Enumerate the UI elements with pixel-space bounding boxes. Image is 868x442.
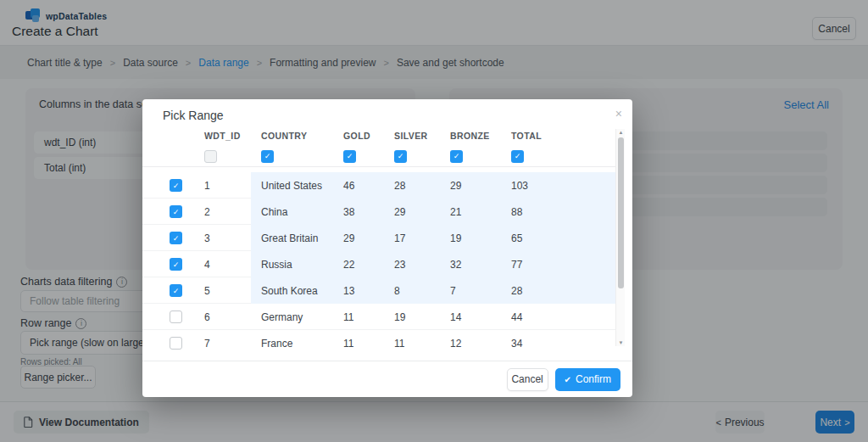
- scrollbar-thumb[interactable]: [618, 137, 624, 288]
- modal-cancel-button[interactable]: Cancel: [507, 368, 548, 391]
- row-checkbox[interactable]: ✓: [170, 284, 182, 297]
- column-checkbox-wdt-id[interactable]: [204, 150, 217, 163]
- column-checkbox-gold[interactable]: ✓: [343, 150, 356, 163]
- modal-table-header: WDT_ID COUNTRY GOLD SILVER BRONZE TOTAL: [142, 131, 615, 141]
- modal-footer: Cancel ✔ Confirm: [142, 361, 632, 397]
- row-checkbox[interactable]: [170, 311, 182, 323]
- modal-table-body: ✓ 1 United States 46 28 29 103 ✓ 2 China…: [142, 167, 615, 350]
- table-row[interactable]: ✓ 3 Great Britain 29 17 19 65: [142, 225, 615, 251]
- row-checkbox[interactable]: ✓: [170, 232, 182, 244]
- column-header: TOTAL: [511, 131, 615, 141]
- pick-range-modal: Pick Range × WDT_ID COUNTRY GOLD SILVER …: [142, 99, 632, 397]
- column-header: BRONZE: [450, 131, 511, 141]
- table-row[interactable]: ✓ 4 Russia 22 23 32 77: [142, 251, 615, 277]
- column-checkbox-bronze[interactable]: ✓: [450, 150, 463, 163]
- scroll-down-icon[interactable]: ▼: [616, 339, 626, 346]
- scroll-up-icon[interactable]: ▲: [616, 129, 626, 136]
- check-icon: ✔: [565, 375, 571, 384]
- table-row[interactable]: ✓ 2 China 38 29 21 88: [142, 199, 615, 225]
- column-checkbox-row: ✓ ✓ ✓ ✓ ✓: [142, 148, 615, 165]
- column-header: COUNTRY: [251, 131, 343, 141]
- modal-scrollbar[interactable]: ▲ ▼: [615, 129, 625, 346]
- row-checkbox[interactable]: [170, 337, 182, 350]
- close-icon[interactable]: ×: [615, 107, 622, 120]
- row-checkbox[interactable]: ✓: [170, 258, 182, 271]
- table-row[interactable]: ✓ 1 United States 46 28 29 103: [142, 172, 615, 199]
- table-row[interactable]: 7 France 11 11 12 34: [142, 330, 615, 350]
- row-checkbox[interactable]: ✓: [170, 179, 182, 192]
- column-header: WDT_ID: [194, 131, 251, 141]
- column-checkbox-country[interactable]: ✓: [261, 150, 274, 163]
- table-row[interactable]: 6 Germany 11 19 14 44: [142, 304, 615, 330]
- column-checkbox-total[interactable]: ✓: [511, 150, 524, 163]
- column-header: SILVER: [394, 131, 450, 141]
- row-checkbox[interactable]: ✓: [170, 205, 182, 218]
- column-header: GOLD: [343, 131, 394, 141]
- modal-confirm-button[interactable]: ✔ Confirm: [555, 368, 620, 391]
- create-chart-page: wpDataTables Create a Chart Cancel Chart…: [0, 0, 868, 442]
- modal-title: Pick Range: [163, 109, 224, 122]
- column-checkbox-silver[interactable]: ✓: [394, 150, 407, 163]
- table-row[interactable]: ✓ 5 South Korea 13 8 7 28: [142, 277, 615, 304]
